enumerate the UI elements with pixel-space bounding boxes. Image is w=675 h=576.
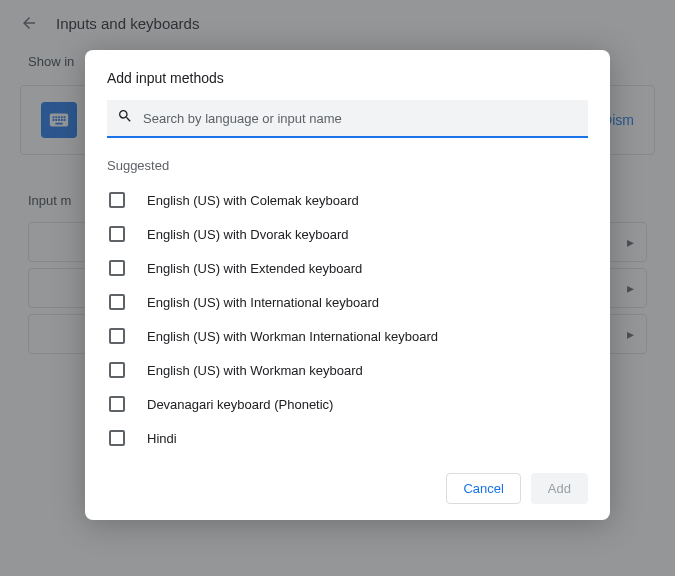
option-label: English (US) with International keyboard (147, 295, 379, 310)
checkbox[interactable] (109, 430, 125, 446)
option-label: English (US) with Colemak keyboard (147, 193, 359, 208)
cancel-button[interactable]: Cancel (446, 473, 520, 504)
search-icon (117, 108, 133, 128)
checkbox[interactable] (109, 260, 125, 276)
add-button[interactable]: Add (531, 473, 588, 504)
input-method-option[interactable]: Hindi (107, 421, 588, 455)
option-label: Hindi (147, 431, 177, 446)
add-input-methods-dialog: Add input methods Suggested English (US)… (85, 50, 610, 520)
option-label: English (US) with Extended keyboard (147, 261, 362, 276)
search-input[interactable] (143, 111, 578, 126)
suggested-heading: Suggested (107, 158, 588, 173)
checkbox[interactable] (109, 192, 125, 208)
input-method-option[interactable]: English (US) with Workman International … (107, 319, 588, 353)
checkbox[interactable] (109, 362, 125, 378)
option-label: English (US) with Dvorak keyboard (147, 227, 349, 242)
option-label: English (US) with Workman International … (147, 329, 438, 344)
search-field-wrapper[interactable] (107, 100, 588, 138)
checkbox[interactable] (109, 328, 125, 344)
input-method-option[interactable]: English (US) with Dvorak keyboard (107, 217, 588, 251)
checkbox[interactable] (109, 294, 125, 310)
checkbox[interactable] (109, 396, 125, 412)
input-method-option[interactable]: Devanagari keyboard (Phonetic) (107, 387, 588, 421)
dialog-actions: Cancel Add (107, 473, 588, 504)
input-method-option[interactable]: English (US) with Colemak keyboard (107, 183, 588, 217)
checkbox[interactable] (109, 226, 125, 242)
option-label: Devanagari keyboard (Phonetic) (147, 397, 333, 412)
input-method-option[interactable]: English (US) with International keyboard (107, 285, 588, 319)
option-label: English (US) with Workman keyboard (147, 363, 363, 378)
input-method-option[interactable]: English (US) with Extended keyboard (107, 251, 588, 285)
input-method-option[interactable]: English (US) with Workman keyboard (107, 353, 588, 387)
dialog-title: Add input methods (107, 70, 588, 86)
